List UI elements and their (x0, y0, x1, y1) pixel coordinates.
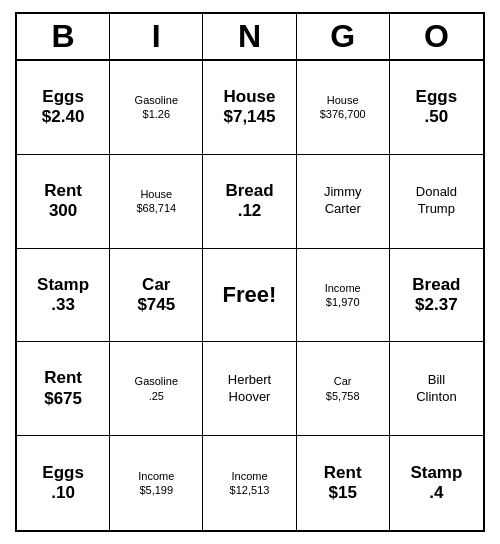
cell-text: Rent$15 (324, 463, 362, 504)
header-letter: N (203, 14, 296, 59)
cell-text: Car$5,758 (326, 374, 360, 403)
cell-text: Stamp.33 (37, 275, 89, 316)
bingo-header: BINGO (17, 14, 483, 61)
bingo-cell: JimmyCarter (297, 155, 390, 249)
bingo-cell: Stamp.33 (17, 249, 110, 343)
bingo-cell: Free! (203, 249, 296, 343)
cell-text: Gasoline.25 (135, 374, 178, 403)
cell-text: Bread.12 (225, 181, 273, 222)
cell-text: Bread$2.37 (412, 275, 460, 316)
bingo-cell: HerbertHoover (203, 342, 296, 436)
bingo-cell: Rent300 (17, 155, 110, 249)
cell-text: Stamp.4 (410, 463, 462, 504)
header-letter: I (110, 14, 203, 59)
cell-text: House$7,145 (223, 87, 275, 128)
cell-text: Car$745 (137, 275, 175, 316)
bingo-cell: Car$745 (110, 249, 203, 343)
header-letter: G (297, 14, 390, 59)
free-space: Free! (223, 282, 277, 308)
cell-text: BillClinton (416, 372, 456, 406)
cell-text: House$376,700 (320, 93, 366, 122)
bingo-cell: House$68,714 (110, 155, 203, 249)
cell-text: HerbertHoover (228, 372, 271, 406)
cell-text: Rent$675 (44, 368, 82, 409)
bingo-cell: Rent$675 (17, 342, 110, 436)
bingo-cell: BillClinton (390, 342, 483, 436)
cell-text: DonaldTrump (416, 184, 457, 218)
bingo-card: BINGO Eggs$2.40Gasoline$1.26House$7,145H… (15, 12, 485, 532)
bingo-cell: Gasoline$1.26 (110, 61, 203, 155)
bingo-cell: Income$5,199 (110, 436, 203, 530)
bingo-cell: Car$5,758 (297, 342, 390, 436)
cell-text: Gasoline$1.26 (135, 93, 178, 122)
bingo-cell: Bread$2.37 (390, 249, 483, 343)
header-letter: B (17, 14, 110, 59)
bingo-cell: Eggs.10 (17, 436, 110, 530)
bingo-cell: House$7,145 (203, 61, 296, 155)
bingo-cell: Income$12,513 (203, 436, 296, 530)
cell-text: Eggs.50 (416, 87, 458, 128)
cell-text: Income$1,970 (325, 281, 361, 310)
cell-text: JimmyCarter (324, 184, 362, 218)
bingo-cell: DonaldTrump (390, 155, 483, 249)
bingo-cell: Stamp.4 (390, 436, 483, 530)
cell-text: Rent300 (44, 181, 82, 222)
bingo-cell: Bread.12 (203, 155, 296, 249)
cell-text: Eggs$2.40 (42, 87, 85, 128)
bingo-cell: Eggs.50 (390, 61, 483, 155)
cell-text: Income$12,513 (230, 469, 270, 498)
bingo-cell: Rent$15 (297, 436, 390, 530)
bingo-cell: Gasoline.25 (110, 342, 203, 436)
bingo-grid: Eggs$2.40Gasoline$1.26House$7,145House$3… (17, 61, 483, 530)
cell-text: Eggs.10 (42, 463, 84, 504)
cell-text: Income$5,199 (138, 469, 174, 498)
header-letter: O (390, 14, 483, 59)
bingo-cell: Eggs$2.40 (17, 61, 110, 155)
cell-text: House$68,714 (136, 187, 176, 216)
bingo-cell: House$376,700 (297, 61, 390, 155)
bingo-cell: Income$1,970 (297, 249, 390, 343)
